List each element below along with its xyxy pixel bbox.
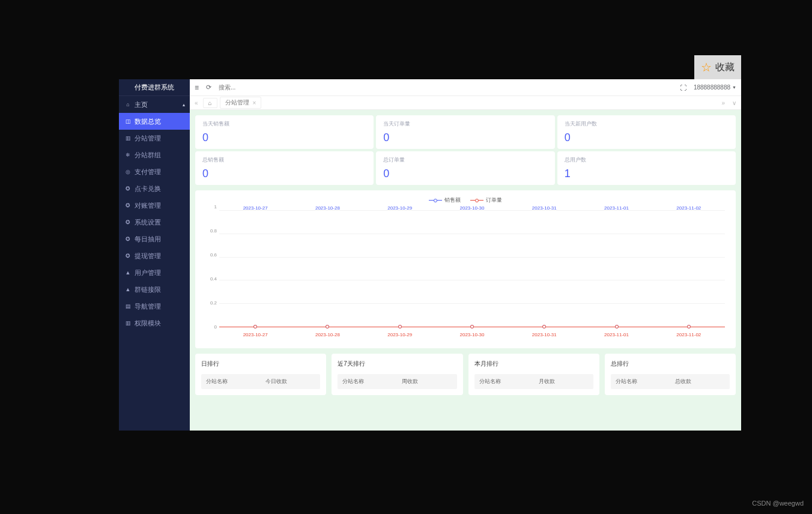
rank-grid: 日排行 分站名称 今日收款 近7天排行 分站名称 周收款 本月排行 分站名称 月… (195, 354, 736, 395)
data-point (398, 325, 402, 328)
user-label: 18888888888 (694, 84, 730, 91)
sidebar-item-12[interactable]: ▥权限模块 (119, 315, 190, 331)
watermark: CSDN @weegwd (752, 500, 804, 507)
x-tick-top: 2023-10-28 (315, 205, 340, 211)
sidebar-item-label: 分站群组 (135, 151, 161, 160)
rank-card-2: 本月排行 分站名称 月收款 (468, 354, 599, 395)
sidebar-item-2[interactable]: ❄分站群组 (119, 147, 190, 163)
x-tick-bot: 2023-10-29 (387, 332, 412, 337)
data-point (470, 325, 474, 328)
gridline (219, 257, 725, 258)
y-tick: 1 (214, 204, 217, 210)
legend-label-0: 销售额 (444, 196, 461, 204)
fullscreen-icon[interactable]: ⛶ (680, 84, 686, 91)
rank-col1: 分站名称 (474, 374, 534, 389)
rank-col1: 分站名称 (611, 374, 670, 389)
chart-area: 00.20.40.60.81 2023-10-272023-10-282023-… (201, 207, 730, 339)
stat-label: 当天订单量 (383, 120, 547, 128)
sidebar-item-label: 权限模块 (135, 319, 161, 328)
sidebar-icon: ✪ (125, 236, 131, 242)
sidebar-item-label: 数据总览 (135, 117, 161, 126)
sidebar-icon: ▲ (125, 270, 131, 276)
sidebar-item-label: 导航管理 (135, 302, 161, 311)
sidebar-item-9[interactable]: ▲用户管理 (119, 264, 190, 281)
rank-col1: 分站名称 (201, 374, 261, 389)
sidebar-item-label: 系统设置 (135, 218, 161, 227)
legend-item-sales[interactable]: 销售额 (429, 196, 461, 204)
data-point (542, 325, 546, 328)
rank-card-3: 总排行 分站名称 总收款 (605, 354, 736, 395)
sidebar-item-label: 提现管理 (135, 252, 161, 261)
legend-label-1: 订单量 (486, 196, 502, 204)
sidebar-item-label: 点卡兑换 (135, 184, 161, 193)
x-tick-bot: 2023-10-27 (243, 332, 268, 337)
y-tick: 0 (214, 324, 217, 330)
rank-col2: 月收款 (534, 374, 593, 389)
tabs-prev-icon[interactable]: « (192, 100, 201, 106)
y-tick: 0.4 (210, 276, 217, 282)
tabs-next-icon[interactable]: » (719, 100, 727, 106)
sidebar-section-home[interactable]: ⌂ 主页 ▴ (119, 96, 190, 113)
sidebar-item-label: 支付管理 (135, 168, 161, 177)
stat-card-4: 总订单量0 (376, 151, 554, 185)
rank-col2: 今日收款 (261, 374, 320, 389)
rank-header: 分站名称 总收款 (611, 374, 730, 389)
sidebar-item-10[interactable]: ▲群链接限 (119, 281, 190, 298)
sidebar-item-1[interactable]: ▥分站管理 (119, 130, 190, 147)
sidebar-item-6[interactable]: ✪系统设置 (119, 214, 190, 231)
stat-value: 0 (202, 168, 366, 180)
x-tick-bot: 2023-10-28 (315, 332, 340, 337)
sidebar-icon: ▥ (125, 135, 131, 141)
tabs-dropdown-icon[interactable]: ∨ (730, 100, 739, 106)
y-tick: 0.8 (210, 228, 217, 234)
tab-label: 分站管理 (225, 98, 249, 107)
rank-title: 总排行 (611, 360, 730, 368)
x-tick-bot: 2023-10-30 (460, 332, 485, 337)
close-icon[interactable]: × (253, 100, 256, 106)
user-menu[interactable]: 18888888888 ▼ (694, 84, 736, 91)
x-tick-top: 2023-10-30 (460, 205, 485, 211)
sidebar-item-7[interactable]: ✪每日抽用 (119, 231, 190, 247)
sidebar-item-11[interactable]: ▤导航管理 (119, 298, 190, 315)
stat-value: 1 (565, 168, 729, 180)
sidebar-item-label: 群链接限 (135, 285, 161, 294)
sidebar-item-0[interactable]: ◫数据总览 (119, 113, 190, 130)
x-tick-top: 2023-10-31 (532, 205, 557, 211)
tab-home[interactable]: ⌂ (203, 98, 217, 108)
rank-header: 分站名称 月收款 (474, 374, 593, 389)
sidebar-icon: ✪ (125, 186, 131, 192)
content: 当天销售额0当天订单量0当天新用户数0总销售额0总订单量0总用户数1 销售额 订… (190, 110, 741, 431)
stat-label: 总用户数 (565, 156, 729, 164)
stat-value: 0 (383, 168, 547, 180)
sidebar-item-4[interactable]: ✪点卡兑换 (119, 180, 190, 197)
x-tick-bot: 2023-10-31 (532, 332, 557, 337)
home-icon: ⌂ (208, 100, 212, 106)
favorite-button[interactable]: ☆ 收藏 (694, 55, 741, 79)
sidebar-icon: ◫ (125, 118, 131, 124)
sidebar-item-5[interactable]: ✪对账管理 (119, 197, 190, 214)
sidebar-icon: ▤ (125, 303, 131, 309)
stat-card-1: 当天订单量0 (376, 115, 554, 149)
sidebar-item-3[interactable]: ◎支付管理 (119, 163, 190, 180)
stat-label: 当天新用户数 (565, 120, 729, 128)
data-point (615, 325, 619, 328)
gridline (219, 303, 725, 304)
reload-icon[interactable]: ⟳ (206, 83, 211, 91)
rank-header: 分站名称 今日收款 (201, 374, 320, 389)
main: ≡ ⟳ ⛶ 18888888888 ▼ « ⌂ 分站管理 × » ∨ 当天销售额 (190, 79, 741, 431)
sidebar-item-8[interactable]: ✪提现管理 (119, 247, 190, 264)
x-tick-top: 2023-10-29 (387, 205, 412, 211)
sidebar-item-label: 用户管理 (135, 268, 161, 277)
search-input[interactable] (219, 84, 279, 91)
x-tick-bot: 2023-11-02 (676, 332, 701, 337)
x-tick-top: 2023-10-27 (243, 205, 268, 211)
legend-item-orders[interactable]: 订单量 (470, 196, 502, 204)
tabsbar: « ⌂ 分站管理 × » ∨ (190, 96, 741, 110)
tab-current[interactable]: 分站管理 × (220, 97, 262, 109)
rank-title: 近7天排行 (338, 360, 456, 368)
gridline (219, 234, 725, 234)
rank-col2: 周收款 (397, 374, 456, 389)
rank-header: 分站名称 周收款 (338, 374, 456, 389)
menu-toggle-icon[interactable]: ≡ (195, 83, 199, 92)
sidebar-icon: ◎ (125, 169, 131, 175)
